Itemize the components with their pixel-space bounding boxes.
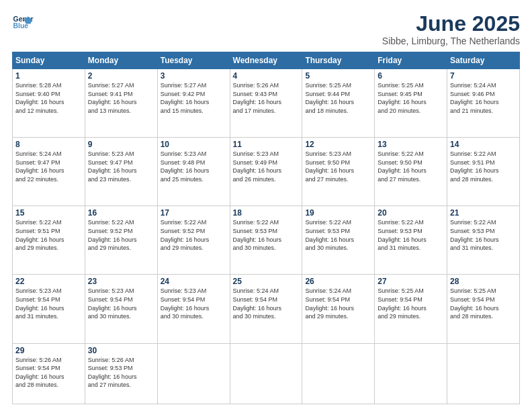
day-number: 19	[305, 208, 371, 218]
header-row: Sunday Monday Tuesday Wednesday Thursday…	[13, 52, 520, 69]
day-number: 2	[88, 71, 154, 81]
day-number: 24	[161, 277, 227, 286]
calendar-row: 22 Sunrise: 5:23 AMSunset: 9:54 PMDaylig…	[13, 275, 520, 343]
day-number: 29	[15, 346, 82, 355]
calendar-cell: 1 Sunrise: 5:28 AMSunset: 9:40 PMDayligh…	[13, 69, 85, 138]
day-number: 26	[305, 277, 371, 286]
day-info: Sunrise: 5:23 AMSunset: 9:54 PMDaylight:…	[161, 287, 210, 320]
col-wednesday: Wednesday	[230, 52, 302, 69]
logo: General Blue	[12, 12, 34, 34]
calendar-row: 8 Sunrise: 5:24 AMSunset: 9:47 PMDayligh…	[13, 138, 520, 206]
calendar-cell: 28 Sunrise: 5:25 AMSunset: 9:54 PMDaylig…	[447, 275, 520, 343]
calendar-cell: 21 Sunrise: 5:22 AMSunset: 9:53 PMDaylig…	[447, 206, 520, 275]
day-info: Sunrise: 5:27 AMSunset: 9:42 PMDaylight:…	[161, 82, 210, 114]
calendar-row: 1 Sunrise: 5:28 AMSunset: 9:40 PMDayligh…	[13, 69, 520, 138]
day-info: Sunrise: 5:22 AMSunset: 9:53 PMDaylight:…	[233, 219, 282, 251]
day-number: 17	[161, 208, 227, 218]
calendar-cell: 6 Sunrise: 5:25 AMSunset: 9:45 PMDayligh…	[375, 69, 447, 138]
day-info: Sunrise: 5:23 AMSunset: 9:48 PMDaylight:…	[161, 150, 210, 183]
calendar-cell: 12 Sunrise: 5:23 AMSunset: 9:50 PMDaylig…	[302, 138, 375, 206]
day-info: Sunrise: 5:22 AMSunset: 9:52 PMDaylight:…	[88, 219, 137, 251]
calendar-cell	[302, 343, 375, 404]
day-number: 7	[450, 71, 517, 81]
day-info: Sunrise: 5:25 AMSunset: 9:54 PMDaylight:…	[450, 287, 499, 320]
day-info: Sunrise: 5:24 AMSunset: 9:54 PMDaylight:…	[233, 287, 282, 320]
day-number: 9	[88, 140, 154, 149]
calendar-cell: 22 Sunrise: 5:23 AMSunset: 9:54 PMDaylig…	[13, 275, 85, 343]
calendar-cell: 15 Sunrise: 5:22 AMSunset: 9:51 PMDaylig…	[13, 206, 85, 275]
calendar-cell: 8 Sunrise: 5:24 AMSunset: 9:47 PMDayligh…	[13, 138, 85, 206]
calendar-cell: 18 Sunrise: 5:22 AMSunset: 9:53 PMDaylig…	[230, 206, 302, 275]
calendar-cell: 4 Sunrise: 5:26 AMSunset: 9:43 PMDayligh…	[230, 69, 302, 138]
day-number: 11	[233, 140, 300, 149]
day-number: 16	[88, 208, 154, 218]
day-number: 6	[378, 71, 444, 81]
logo-icon: General Blue	[12, 12, 34, 34]
calendar-cell: 29 Sunrise: 5:26 AMSunset: 9:54 PMDaylig…	[13, 343, 85, 404]
col-thursday: Thursday	[302, 52, 375, 69]
day-info: Sunrise: 5:26 AMSunset: 9:43 PMDaylight:…	[233, 82, 282, 114]
day-info: Sunrise: 5:24 AMSunset: 9:54 PMDaylight:…	[305, 287, 354, 320]
day-info: Sunrise: 5:22 AMSunset: 9:51 PMDaylight:…	[450, 150, 499, 183]
day-number: 10	[161, 140, 227, 149]
calendar-cell	[375, 343, 447, 404]
calendar-table: Sunday Monday Tuesday Wednesday Thursday…	[12, 52, 520, 404]
day-number: 30	[88, 346, 154, 355]
calendar-cell: 7 Sunrise: 5:24 AMSunset: 9:46 PMDayligh…	[447, 69, 520, 138]
day-number: 1	[15, 71, 82, 81]
calendar-cell: 11 Sunrise: 5:23 AMSunset: 9:49 PMDaylig…	[230, 138, 302, 206]
day-number: 13	[378, 140, 444, 149]
day-number: 5	[305, 71, 371, 81]
day-info: Sunrise: 5:22 AMSunset: 9:51 PMDaylight:…	[15, 219, 64, 251]
calendar-cell: 25 Sunrise: 5:24 AMSunset: 9:54 PMDaylig…	[230, 275, 302, 343]
day-info: Sunrise: 5:24 AMSunset: 9:46 PMDaylight:…	[450, 82, 499, 114]
col-friday: Friday	[375, 52, 447, 69]
day-number: 15	[15, 208, 82, 218]
day-info: Sunrise: 5:28 AMSunset: 9:40 PMDaylight:…	[15, 82, 64, 114]
title-block: June 2025 Sibbe, Limburg, The Netherland…	[382, 12, 520, 46]
calendar-cell: 30 Sunrise: 5:26 AMSunset: 9:53 PMDaylig…	[85, 343, 157, 404]
day-info: Sunrise: 5:25 AMSunset: 9:45 PMDaylight:…	[378, 82, 427, 114]
calendar-cell	[447, 343, 520, 404]
day-number: 3	[161, 71, 227, 81]
calendar-cell	[157, 343, 230, 404]
location: Sibbe, Limburg, The Netherlands	[382, 36, 520, 46]
col-sunday: Sunday	[13, 52, 85, 69]
day-number: 4	[233, 71, 300, 81]
day-info: Sunrise: 5:22 AMSunset: 9:50 PMDaylight:…	[378, 150, 427, 183]
col-monday: Monday	[85, 52, 157, 69]
day-number: 22	[15, 277, 82, 286]
day-info: Sunrise: 5:22 AMSunset: 9:53 PMDaylight:…	[305, 219, 354, 251]
calendar-cell: 5 Sunrise: 5:25 AMSunset: 9:44 PMDayligh…	[302, 69, 375, 138]
day-info: Sunrise: 5:22 AMSunset: 9:53 PMDaylight:…	[450, 219, 499, 251]
header: General Blue June 2025 Sibbe, Limburg, T…	[12, 12, 520, 46]
calendar-cell: 20 Sunrise: 5:22 AMSunset: 9:53 PMDaylig…	[375, 206, 447, 275]
month-year: June 2025	[382, 12, 520, 36]
day-info: Sunrise: 5:23 AMSunset: 9:50 PMDaylight:…	[305, 150, 354, 183]
day-info: Sunrise: 5:22 AMSunset: 9:53 PMDaylight:…	[378, 219, 427, 251]
calendar-cell: 27 Sunrise: 5:25 AMSunset: 9:54 PMDaylig…	[375, 275, 447, 343]
calendar-cell: 2 Sunrise: 5:27 AMSunset: 9:41 PMDayligh…	[85, 69, 157, 138]
col-saturday: Saturday	[447, 52, 520, 69]
calendar-cell: 13 Sunrise: 5:22 AMSunset: 9:50 PMDaylig…	[375, 138, 447, 206]
day-info: Sunrise: 5:25 AMSunset: 9:44 PMDaylight:…	[305, 82, 354, 114]
day-number: 8	[15, 140, 82, 149]
day-info: Sunrise: 5:23 AMSunset: 9:54 PMDaylight:…	[15, 287, 64, 320]
day-number: 20	[378, 208, 444, 218]
calendar-cell: 23 Sunrise: 5:23 AMSunset: 9:54 PMDaylig…	[85, 275, 157, 343]
calendar-cell: 17 Sunrise: 5:22 AMSunset: 9:52 PMDaylig…	[157, 206, 230, 275]
calendar-row: 29 Sunrise: 5:26 AMSunset: 9:54 PMDaylig…	[13, 343, 520, 404]
calendar-cell: 16 Sunrise: 5:22 AMSunset: 9:52 PMDaylig…	[85, 206, 157, 275]
calendar-cell: 10 Sunrise: 5:23 AMSunset: 9:48 PMDaylig…	[157, 138, 230, 206]
day-number: 27	[378, 277, 444, 286]
calendar-cell	[230, 343, 302, 404]
day-info: Sunrise: 5:23 AMSunset: 9:49 PMDaylight:…	[233, 150, 282, 183]
day-number: 21	[450, 208, 517, 218]
day-info: Sunrise: 5:26 AMSunset: 9:54 PMDaylight:…	[15, 357, 64, 389]
day-info: Sunrise: 5:24 AMSunset: 9:47 PMDaylight:…	[15, 150, 64, 183]
calendar-cell: 14 Sunrise: 5:22 AMSunset: 9:51 PMDaylig…	[447, 138, 520, 206]
calendar-cell: 24 Sunrise: 5:23 AMSunset: 9:54 PMDaylig…	[157, 275, 230, 343]
calendar-cell: 3 Sunrise: 5:27 AMSunset: 9:42 PMDayligh…	[157, 69, 230, 138]
day-info: Sunrise: 5:22 AMSunset: 9:52 PMDaylight:…	[161, 219, 210, 251]
day-number: 28	[450, 277, 517, 286]
